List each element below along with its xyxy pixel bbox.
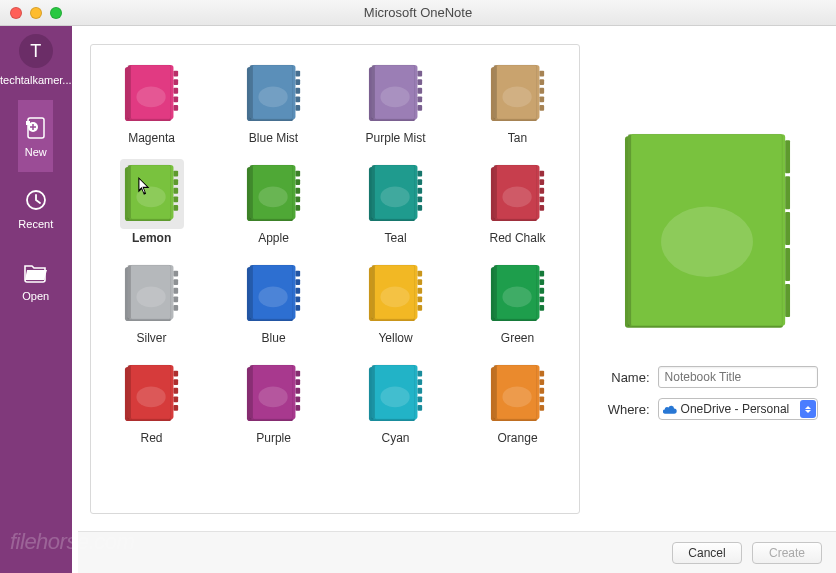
svg-point-17: [258, 86, 287, 107]
name-label: Name:: [598, 370, 650, 385]
svg-rect-173: [785, 284, 790, 317]
color-swatch-orange[interactable]: Orange: [471, 355, 565, 449]
svg-point-147: [380, 386, 409, 407]
color-swatch-purple-mist[interactable]: Purple Mist: [349, 55, 443, 149]
svg-rect-100: [295, 279, 300, 285]
svg-rect-82: [539, 196, 544, 202]
svg-rect-148: [371, 365, 374, 419]
create-button[interactable]: Create: [752, 542, 822, 564]
svg-rect-22: [295, 96, 300, 102]
sidebar-item-recent[interactable]: Recent: [18, 172, 53, 244]
color-swatch-lemon[interactable]: Lemon: [105, 155, 199, 249]
sidebar-item-new[interactable]: New: [18, 100, 53, 172]
color-swatch-teal[interactable]: Teal: [349, 155, 443, 249]
svg-point-67: [380, 186, 409, 207]
notebook-icon: [246, 263, 302, 325]
svg-rect-71: [417, 188, 422, 194]
svg-rect-63: [295, 205, 300, 211]
svg-rect-13: [173, 105, 178, 111]
svg-rect-128: [127, 365, 130, 419]
swatch-label: Purple Mist: [353, 131, 439, 145]
svg-rect-40: [539, 79, 544, 85]
notebook-icon: [368, 63, 424, 125]
svg-rect-131: [173, 388, 178, 394]
color-swatch-apple[interactable]: Apple: [227, 155, 321, 249]
svg-rect-168: [627, 134, 630, 325]
svg-rect-162: [539, 396, 544, 402]
svg-rect-129: [173, 371, 178, 377]
svg-rect-50: [173, 179, 178, 185]
svg-rect-30: [417, 79, 422, 85]
svg-rect-141: [295, 388, 300, 394]
svg-rect-31: [417, 88, 422, 94]
svg-rect-123: [539, 305, 544, 311]
color-swatch-yellow[interactable]: Yellow: [349, 255, 443, 349]
svg-rect-21: [295, 88, 300, 94]
close-window-button[interactable]: [10, 7, 22, 19]
color-swatch-magenta[interactable]: Magenta: [105, 55, 199, 149]
svg-rect-53: [173, 205, 178, 211]
color-swatch-cyan[interactable]: Cyan: [349, 355, 443, 449]
svg-rect-80: [539, 179, 544, 185]
notebook-icon: [124, 263, 180, 325]
onedrive-icon: [663, 404, 677, 414]
notebook-icon: [490, 363, 546, 425]
sidebar-item-label: Open: [18, 290, 53, 302]
svg-rect-29: [417, 71, 422, 77]
color-swatch-purple[interactable]: Purple: [227, 355, 321, 449]
svg-rect-99: [295, 271, 300, 277]
svg-rect-108: [371, 265, 374, 319]
swatch-label: Silver: [109, 331, 195, 345]
svg-point-47: [136, 186, 165, 207]
swatch-label: Apple: [231, 231, 317, 245]
svg-rect-48: [127, 165, 130, 219]
svg-rect-112: [417, 296, 422, 302]
notebook-title-input[interactable]: [658, 366, 818, 388]
svg-rect-171: [785, 212, 790, 245]
svg-rect-149: [417, 371, 422, 377]
svg-rect-10: [173, 79, 178, 85]
svg-rect-20: [295, 79, 300, 85]
minimize-window-button[interactable]: [30, 7, 42, 19]
color-swatch-red[interactable]: Red: [105, 355, 199, 449]
avatar: T: [19, 34, 53, 68]
svg-rect-70: [417, 179, 422, 185]
svg-point-127: [136, 386, 165, 407]
svg-rect-61: [295, 188, 300, 194]
zoom-window-button[interactable]: [50, 7, 62, 19]
svg-rect-32: [417, 96, 422, 102]
notebook-icon: [246, 163, 302, 225]
svg-rect-89: [173, 271, 178, 277]
notebook-icon: [124, 63, 180, 125]
cancel-button[interactable]: Cancel: [672, 542, 742, 564]
new-icon: [22, 114, 50, 142]
svg-point-157: [502, 386, 531, 407]
svg-rect-62: [295, 196, 300, 202]
svg-point-57: [258, 186, 287, 207]
footer-toolbar: Cancel Create: [78, 531, 836, 573]
svg-rect-41: [539, 88, 544, 94]
svg-rect-90: [173, 279, 178, 285]
color-swatch-red-chalk[interactable]: Red Chalk: [471, 155, 565, 249]
svg-rect-109: [417, 271, 422, 277]
svg-rect-88: [127, 265, 130, 319]
account-section[interactable]: T techtalkamer...: [0, 34, 72, 100]
color-swatch-blue-mist[interactable]: Blue Mist: [227, 55, 321, 149]
where-value: OneDrive - Personal: [681, 402, 790, 416]
svg-rect-138: [249, 365, 252, 419]
detail-panel: Name: Where: OneDrive - Personal: [598, 26, 836, 573]
color-swatch-blue[interactable]: Blue: [227, 255, 321, 349]
svg-rect-159: [539, 371, 544, 377]
sidebar: T techtalkamer... NewRecentOpen: [0, 26, 72, 573]
sidebar-item-label: Recent: [18, 218, 53, 230]
sidebar-item-open[interactable]: Open: [18, 244, 53, 316]
svg-rect-139: [295, 371, 300, 377]
color-swatch-tan[interactable]: Tan: [471, 55, 565, 149]
color-swatch-silver[interactable]: Silver: [105, 255, 199, 349]
svg-rect-60: [295, 179, 300, 185]
where-select[interactable]: OneDrive - Personal: [658, 398, 818, 420]
svg-rect-169: [785, 140, 790, 173]
svg-rect-121: [539, 288, 544, 294]
swatch-label: Blue Mist: [231, 131, 317, 145]
color-swatch-green[interactable]: Green: [471, 255, 565, 349]
